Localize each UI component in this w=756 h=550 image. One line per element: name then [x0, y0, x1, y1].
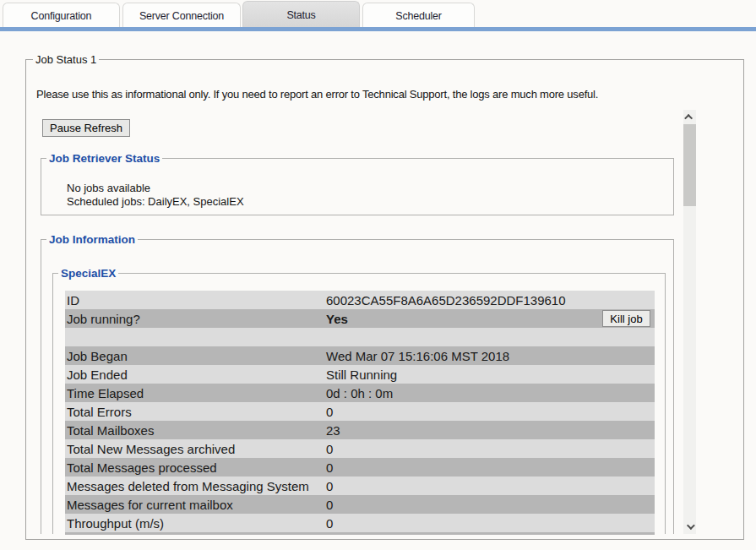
row-label: Total New Messages archived — [65, 442, 326, 456]
row-label: Total Messages processed — [65, 460, 326, 475]
job-retriever-status-legend: Job Retriever Status — [46, 152, 162, 165]
row-label: Job Ended — [65, 368, 326, 382]
tab-configuration[interactable]: Configuration — [3, 3, 120, 28]
no-jobs-text: No jobs available — [67, 182, 244, 195]
row-value: 0 — [326, 442, 655, 456]
scrollbar-thumb[interactable] — [683, 124, 696, 206]
table-row: Total Mailboxes23 — [65, 421, 655, 439]
tab-label: Status — [286, 9, 315, 21]
tab-label: Server Connection — [139, 10, 224, 22]
table-row — [65, 328, 655, 346]
table-row: Total Messages processed0 — [65, 458, 655, 476]
table-row: Job BeganWed Mar 07 15:16:06 MST 2018 — [65, 346, 655, 365]
job-table: ID60023CA55F8A6A65D236592DDF139610Job ru… — [65, 291, 655, 535]
table-row: Job running?YesKill job — [65, 309, 655, 328]
row-label: Total Mailboxes — [65, 423, 326, 438]
table-row: Time Elapsed0d : 0h : 0m — [65, 384, 655, 402]
info-text: Please use this as informational only. I… — [36, 88, 598, 101]
row-value: 0 — [326, 516, 655, 531]
job-retriever-status-fieldset: Job Retriever Status No jobs available S… — [41, 158, 674, 215]
table-row: Messages deleted from Messaging System0 — [65, 476, 655, 495]
tab-underline-bar — [0, 27, 756, 31]
table-row-clipped — [65, 532, 655, 535]
row-value: 60023CA55F8A6A65D236592DDF139610 — [326, 293, 655, 308]
row-value: Still Running — [326, 368, 655, 382]
row-label: Messages deleted from Messaging System — [65, 479, 326, 493]
pause-refresh-button[interactable]: Pause Refresh — [42, 119, 130, 137]
tab-label: Scheduler — [395, 10, 442, 22]
scheduled-jobs-text: Scheduled jobs: DailyEX, SpecialEX — [67, 195, 244, 209]
row-value: 0 — [326, 498, 655, 512]
specialex-legend: SpecialEX — [58, 267, 118, 280]
row-label: Throughput (m/s) — [65, 516, 326, 531]
job-status-legend: Job Status 1 — [33, 53, 99, 66]
tab-server-connection[interactable]: Server Connection — [122, 3, 241, 28]
row-value: 0 — [326, 460, 655, 475]
row-label: Total Errors — [65, 405, 326, 419]
table-row: Total New Messages archived0 — [65, 439, 655, 458]
job-information-legend: Job Information — [46, 233, 138, 246]
row-label: ID — [65, 293, 326, 308]
tab-status[interactable]: Status — [242, 1, 360, 28]
table-row: Messages for current mailbox0 — [65, 495, 655, 514]
chevron-up-icon — [684, 114, 693, 123]
row-value: 0 — [326, 479, 655, 493]
row-value: 23 — [326, 423, 655, 438]
row-label: Time Elapsed — [65, 386, 326, 400]
kill-job-button[interactable]: Kill job — [602, 310, 650, 327]
chevron-down-icon — [687, 521, 695, 530]
scrollbar-up-button[interactable] — [683, 110, 696, 124]
row-label: Job running? — [65, 312, 326, 326]
table-row: Job EndedStill Running — [65, 365, 655, 384]
scrollbar[interactable] — [683, 110, 696, 534]
row-label: Job Began — [65, 349, 326, 363]
row-label: Messages for current mailbox — [65, 498, 326, 512]
row-value: 0d : 0h : 0m — [326, 386, 655, 400]
row-value: Wed Mar 07 15:16:06 MST 2018 — [326, 349, 655, 363]
table-row: ID60023CA55F8A6A65D236592DDF139610 — [65, 291, 655, 309]
tab-label: Configuration — [31, 10, 92, 22]
scrollbar-down-button[interactable] — [683, 520, 696, 534]
row-value: 0 — [326, 405, 655, 419]
tab-scheduler[interactable]: Scheduler — [362, 3, 475, 28]
table-row: Throughput (m/s)0 — [65, 514, 655, 532]
table-row: Total Errors0 — [65, 402, 655, 421]
